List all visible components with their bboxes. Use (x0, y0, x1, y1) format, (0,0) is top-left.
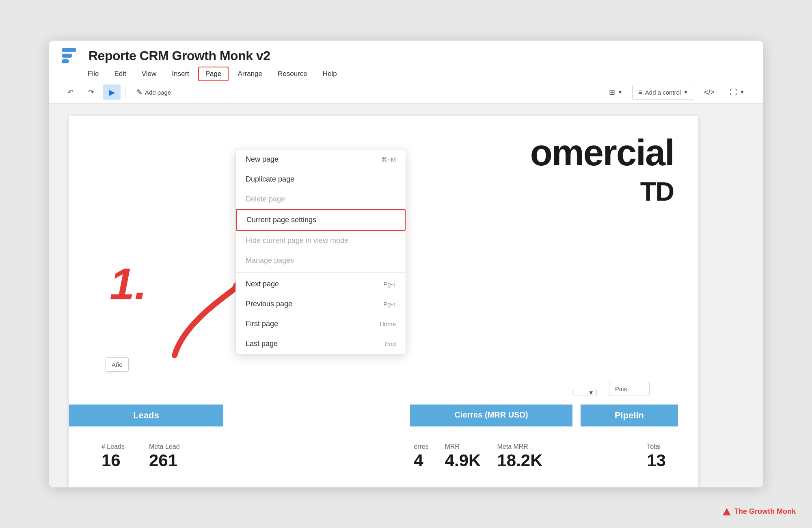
stat-total-label: Total (647, 443, 666, 450)
page-header-comercial: omercial (530, 132, 674, 174)
branding: The Growth Monk (723, 507, 796, 516)
dropdown-hide-page: Hide current page in view mode (236, 231, 406, 251)
dropdown-current-page-settings-label: Current page settings (246, 216, 316, 224)
undo-icon: ↶ (67, 88, 73, 97)
content-area: omercial TD 1. Año Pais (49, 104, 763, 487)
tab-pipeline-label: Pipelin (615, 410, 644, 420)
dropdown-next-page[interactable]: Next page Pg-↓ (236, 274, 406, 294)
add-page-label: Add page (145, 89, 171, 96)
step-number: 1. (110, 258, 147, 309)
toolbar: ↶ ↷ ▶ ✎ Add page ⊞ ▼ ≡ Add a control ▼ <… (49, 81, 763, 104)
tab-pipeline[interactable]: Pipelin (581, 405, 678, 426)
menu-bar: File Edit View Insert Page Arrange Resou… (49, 63, 763, 81)
menu-help[interactable]: Help (316, 67, 343, 80)
stat-mrr-value: 4.9K (445, 452, 481, 469)
stat-meta-mrr-label: Meta MRR (497, 443, 542, 450)
logo-bar-2 (62, 54, 72, 58)
stat-cierres-count-label: erres (414, 443, 428, 450)
tab-row: Leads Cierres (MRR USD) Pipelin (69, 405, 698, 426)
dropdown-next-page-shortcut: Pg-↓ (383, 281, 396, 288)
dropdown-duplicate-page-label: Duplicate page (246, 175, 294, 184)
add-control-button[interactable]: ≡ Add a control ▼ (632, 85, 694, 100)
app-logo (62, 48, 76, 63)
stat-meta-mrr-value: 18.2K (497, 452, 542, 469)
image-button[interactable]: ⛶ ▼ (724, 85, 750, 100)
cursor-icon: ▶ (109, 87, 115, 97)
chevron-down-icon: ▼ (618, 89, 622, 95)
dropdown-last-page-shortcut: End (385, 340, 396, 347)
dropdown-previous-page-label: Previous page (246, 300, 292, 308)
add-page-button[interactable]: ✎ Add page (131, 85, 177, 100)
image-icon: ⛶ (730, 88, 737, 97)
dropdown-manage-pages: Manage pages (236, 251, 406, 270)
toolbar-right: ⊞ ▼ ≡ Add a control ▼ </> ⛶ ▼ (603, 85, 750, 100)
leads-stats: # Leads 16 Meta Lead 261 (102, 443, 180, 469)
page-subheader-td: TD (640, 177, 674, 207)
dropdown-first-page-shortcut: Home (380, 320, 396, 327)
dropdown-first-page-label: First page (246, 320, 278, 328)
dropdown-delete-page-label: Delete page (246, 195, 285, 203)
brand-triangle-icon (723, 508, 731, 515)
dropdown-separator (236, 272, 406, 273)
dropdown-next-page-label: Next page (246, 280, 279, 288)
dropdown-filter[interactable]: ▼ (572, 389, 597, 396)
stat-meta-mrr: Meta MRR 18.2K (497, 443, 542, 469)
stat-total-value: 13 (647, 452, 666, 469)
stat-meta-lead: Meta Lead 261 (149, 443, 180, 469)
stat-meta-lead-label: Meta Lead (149, 443, 180, 450)
dropdown-delete-page: Delete page (236, 189, 406, 209)
add-control-icon: ≡ (638, 88, 643, 97)
tab-leads-label: Leads (133, 410, 159, 420)
ano-label: Año (112, 361, 123, 368)
layout-options-button[interactable]: ⊞ ▼ (603, 85, 628, 100)
code-button[interactable]: </> (698, 85, 720, 100)
brand-label: The Growth Monk (734, 507, 796, 516)
dropdown-last-page-label: Last page (246, 340, 278, 348)
redo-button[interactable]: ↷ (82, 85, 100, 100)
dropdown-manage-pages-label: Manage pages (246, 256, 294, 265)
ano-filter[interactable]: Año (106, 357, 129, 372)
toolbar-divider-1 (125, 87, 126, 98)
dropdown-current-page-settings[interactable]: Current page settings (236, 209, 406, 231)
stat-leads-count-label: # Leads (102, 443, 125, 450)
dropdown-arrow-icon: ▼ (588, 389, 594, 396)
image-arrow-icon: ▼ (740, 89, 745, 95)
menu-arrange[interactable]: Arrange (231, 67, 268, 80)
tab-cierres-label: Cierres (MRR USD) (454, 410, 528, 419)
dropdown-new-page-label: New page (246, 155, 279, 164)
pais-filter[interactable]: Pais (609, 382, 650, 396)
dropdown-first-page[interactable]: First page Home (236, 314, 406, 334)
tab-leads[interactable]: Leads (69, 405, 223, 426)
stat-mrr-label: MRR (445, 443, 481, 450)
redo-icon: ↷ (88, 88, 94, 97)
tab-cierres[interactable]: Cierres (MRR USD) (410, 405, 572, 426)
app-window: Reporte CRM Growth Monk v2 File Edit Vie… (49, 41, 763, 487)
stat-leads-count: # Leads 16 (102, 443, 125, 469)
title-bar: Reporte CRM Growth Monk v2 (49, 41, 763, 63)
menu-view[interactable]: View (135, 67, 163, 80)
menu-page[interactable]: Page (198, 67, 229, 81)
dropdown-last-page[interactable]: Last page End (236, 334, 406, 354)
stat-leads-count-value: 16 (102, 452, 125, 469)
add-page-icon: ✎ (136, 88, 143, 97)
menu-file[interactable]: File (81, 67, 105, 80)
stat-cierres-count-value: 4 (414, 452, 428, 469)
select-tool-button[interactable]: ▶ (103, 84, 121, 100)
add-control-arrow-icon: ▼ (683, 89, 688, 95)
stat-mrr: MRR 4.9K (445, 443, 481, 469)
tab-spacer2 (572, 405, 581, 426)
cierres-stats: erres 4 MRR 4.9K Meta MRR 18.2K (414, 443, 542, 469)
layout-icon: ⊞ (609, 88, 615, 97)
pipeline-stats: Total 13 (647, 443, 666, 469)
menu-resource[interactable]: Resource (271, 67, 314, 80)
menu-insert[interactable]: Insert (165, 67, 196, 80)
dropdown-new-page[interactable]: New page ⌘+M (236, 149, 406, 169)
undo-button[interactable]: ↶ (62, 85, 79, 100)
dropdown-duplicate-page[interactable]: Duplicate page (236, 169, 406, 189)
menu-edit[interactable]: Edit (108, 67, 132, 80)
dropdown-previous-page[interactable]: Previous page Pg-↑ (236, 294, 406, 314)
stat-cierres-count: erres 4 (414, 443, 428, 469)
dropdown-new-page-shortcut: ⌘+M (381, 156, 396, 163)
stats-row: # Leads 16 Meta Lead 261 erres (69, 443, 698, 469)
tab-spacer (223, 405, 410, 426)
